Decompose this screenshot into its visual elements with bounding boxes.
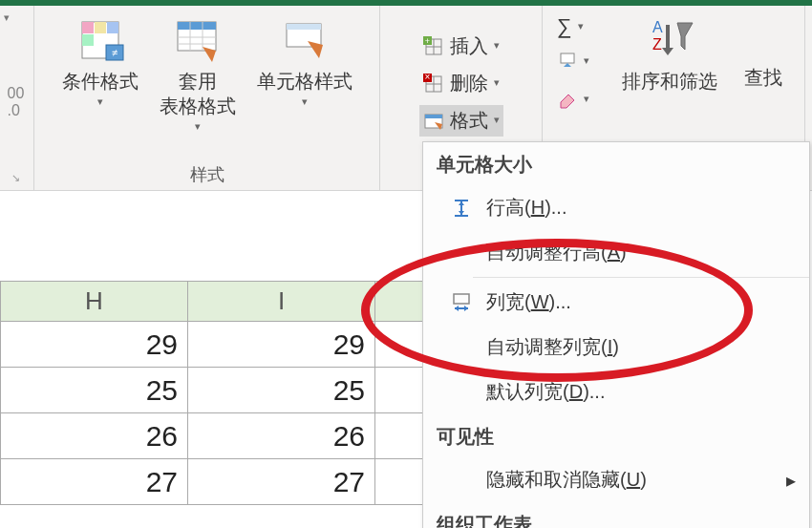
svg-text:×: × — [424, 74, 430, 82]
find-button[interactable]: 查找 — [733, 11, 794, 94]
cell-styles-label: 单元格样式 — [257, 69, 353, 94]
find-label: 查找 — [744, 65, 782, 90]
conditional-format-icon: ≠ — [75, 15, 125, 65]
fill-button[interactable]: ▾ — [553, 48, 593, 74]
delete-cells-icon: × — [423, 74, 444, 95]
svg-rect-1 — [82, 22, 94, 33]
format-cells-icon — [423, 111, 444, 132]
menu-section-visibility: 可见性 — [423, 414, 809, 457]
insert-button[interactable]: + 插入 ▾ — [419, 31, 503, 62]
chevron-down-icon: ▾ — [302, 95, 308, 108]
cell[interactable]: 25 — [188, 368, 375, 413]
format-as-table-button[interactable]: 套用 表格格式 ▾ — [154, 11, 242, 137]
col-width-icon — [450, 291, 473, 314]
decimal-lbl2: .0 — [8, 102, 20, 118]
table-row[interactable]: 2525 — [1, 368, 433, 413]
insert-cells-icon: + — [423, 36, 444, 57]
svg-rect-26 — [425, 115, 442, 118]
sort-filter-icon: AZ — [645, 15, 694, 65]
menu-autofit-row[interactable]: 自动调整行高(A) — [423, 230, 809, 275]
svg-rect-2 — [95, 22, 106, 33]
cell[interactable]: 26 — [188, 413, 375, 459]
svg-rect-8 — [178, 22, 216, 30]
format-label: 格式 — [450, 108, 488, 134]
svg-rect-33 — [454, 294, 469, 304]
chevron-down-icon: ▾ — [494, 76, 500, 89]
menu-section-size: 单元格大小 — [423, 142, 809, 185]
chevron-down-icon: ▾ — [97, 95, 103, 108]
menu-default-width[interactable]: 默认列宽(D)... — [423, 370, 809, 414]
svg-text:A: A — [652, 19, 663, 35]
cell[interactable]: 29 — [1, 322, 188, 368]
format-button[interactable]: 格式 ▾ — [419, 105, 503, 137]
find-icon — [738, 15, 788, 61]
group-label-styles: 样式 — [190, 163, 224, 186]
svg-text:Z: Z — [652, 36, 662, 53]
delete-label: 删除 — [450, 71, 488, 96]
sort-filter-button[interactable]: AZ 排序和筛选 — [616, 11, 723, 97]
sigma-icon: ∑ — [557, 14, 572, 39]
cell[interactable]: 25 — [1, 368, 188, 413]
autosum-button[interactable]: ∑ ▾ — [553, 11, 593, 42]
column-header-i[interactable]: I — [188, 282, 375, 322]
fill-down-icon — [557, 51, 578, 72]
menu-autofit-col[interactable]: 自动调整列宽(I) — [423, 325, 809, 370]
menu-section-organize: 组织工作表 — [423, 502, 809, 528]
delete-button[interactable]: × 删除 ▾ — [419, 68, 503, 99]
table-row[interactable]: 2626 — [1, 413, 433, 459]
row-height-icon — [450, 197, 473, 220]
menu-col-width[interactable]: 列宽(W)... — [423, 280, 809, 325]
chevron-down-icon: ▾ — [578, 20, 584, 32]
format-dropdown-menu: 单元格大小 行高(H)... 自动调整行高(A) 列宽(W)... 自动调整列宽… — [422, 141, 810, 528]
chevron-down-icon: ▾ — [584, 54, 589, 67]
cell-styles-button[interactable]: 单元格样式 ▾ — [251, 11, 358, 112]
sort-filter-label: 排序和筛选 — [622, 69, 717, 94]
decimal-lbl: 00 — [8, 85, 25, 101]
svg-rect-27 — [561, 53, 574, 63]
chevron-down-icon: ▾ — [494, 114, 500, 126]
decimal-btn[interactable]: 00 .0 — [4, 81, 29, 123]
cell-styles-icon — [280, 15, 330, 65]
svg-text:+: + — [424, 36, 429, 46]
cell[interactable]: 29 — [188, 322, 375, 368]
svg-rect-3 — [107, 22, 118, 33]
insert-label: 插入 — [450, 33, 488, 59]
menu-hide-unhide[interactable]: 隐藏和取消隐藏(U) ▸ — [423, 457, 809, 502]
chevron-down-icon: ▾ — [494, 39, 500, 52]
conditional-format-button[interactable]: ≠ 条件格式 ▾ — [56, 11, 144, 112]
svg-text:≠: ≠ — [111, 47, 117, 58]
submenu-arrow-icon: ▸ — [786, 469, 796, 492]
clear-button[interactable]: ▾ — [553, 86, 593, 113]
column-header-h[interactable]: H — [1, 282, 188, 322]
svg-rect-4 — [82, 34, 94, 46]
cell[interactable]: 26 — [1, 413, 188, 459]
chevron-down-icon: ▾ — [195, 120, 201, 133]
table-row[interactable]: 2929 — [1, 322, 433, 368]
table-row[interactable]: 2727 — [1, 459, 433, 505]
eraser-icon — [557, 89, 578, 110]
cell[interactable]: 27 — [188, 459, 375, 505]
conditional-format-label: 条件格式 — [62, 69, 139, 94]
format-as-table-label: 套用 表格格式 — [160, 69, 236, 118]
menu-row-height[interactable]: 行高(H)... — [423, 185, 809, 230]
chevron-down-icon: ▾ — [584, 93, 589, 105]
format-as-table-icon — [173, 15, 223, 65]
cell[interactable]: 27 — [1, 459, 188, 505]
svg-rect-14 — [287, 24, 321, 30]
